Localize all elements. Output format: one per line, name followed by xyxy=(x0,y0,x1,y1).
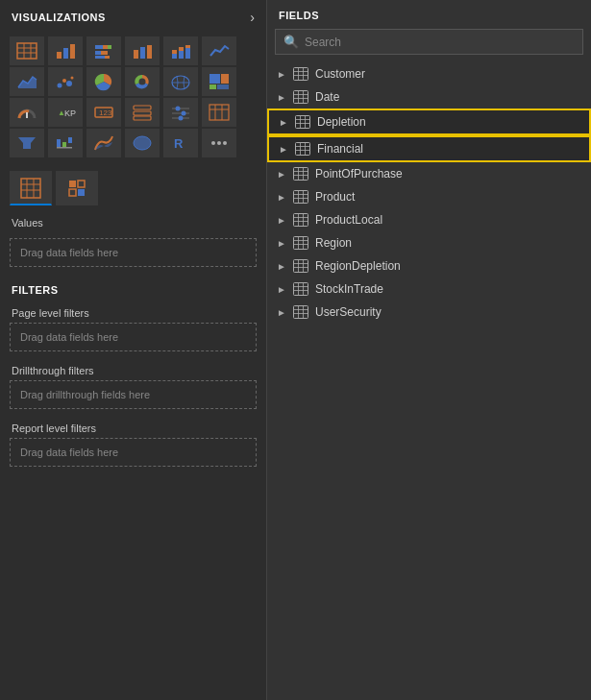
svg-rect-14 xyxy=(105,56,110,59)
field-item[interactable]: ► Depletion xyxy=(267,109,591,135)
svg-rect-41 xyxy=(134,106,151,109)
svg-point-47 xyxy=(182,111,186,116)
svg-point-29 xyxy=(139,79,146,85)
more-viz-icon[interactable] xyxy=(202,129,236,157)
expand-icon[interactable]: › xyxy=(250,10,255,25)
svg-point-26 xyxy=(62,79,66,83)
treemap-viz-icon[interactable] xyxy=(202,67,236,96)
svg-rect-109 xyxy=(294,237,308,250)
drillthrough-label: Drillthrough filters xyxy=(0,359,266,380)
field-table-icon xyxy=(292,190,309,204)
format-tab[interactable] xyxy=(56,171,98,205)
svg-text:R: R xyxy=(174,136,184,151)
card-viz-icon[interactable]: 123 xyxy=(86,98,121,127)
matrix-viz-icon[interactable] xyxy=(202,98,236,127)
field-expand-icon: ► xyxy=(275,190,288,204)
field-item[interactable]: ► Region xyxy=(267,231,591,254)
svg-rect-5 xyxy=(57,52,62,59)
column-viz-icon[interactable] xyxy=(125,36,160,65)
field-item[interactable]: ► UserSecurity xyxy=(267,301,591,324)
field-item[interactable]: ► StockInTrade xyxy=(267,278,591,301)
pie-viz-icon[interactable] xyxy=(86,67,121,96)
area-viz-icon[interactable] xyxy=(10,67,44,96)
fields-title: FIELDS xyxy=(279,10,579,21)
svg-point-45 xyxy=(176,107,181,111)
field-name: Customer xyxy=(315,67,365,81)
field-item[interactable]: ► Financial xyxy=(267,135,591,162)
report-filters-drop-zone[interactable]: Drag data fields here xyxy=(10,438,257,467)
svg-rect-73 xyxy=(78,189,85,196)
svg-rect-56 xyxy=(62,142,66,147)
field-item[interactable]: ► Date xyxy=(267,85,591,109)
map-viz-icon[interactable] xyxy=(163,67,198,96)
field-name: ProductLocal xyxy=(315,213,382,227)
svg-text:123: 123 xyxy=(99,109,112,117)
svg-rect-23 xyxy=(185,45,190,48)
search-input[interactable] xyxy=(305,36,575,49)
field-item[interactable]: ► Customer xyxy=(267,62,591,85)
field-table-icon xyxy=(292,236,309,250)
filters-header: FILTERS xyxy=(0,275,266,302)
field-expand-icon: ► xyxy=(275,167,288,181)
field-name: PointOfPurchase xyxy=(315,167,403,181)
line-viz-icon[interactable] xyxy=(202,36,236,65)
field-table-icon xyxy=(294,142,311,156)
funnel-viz-icon[interactable] xyxy=(10,129,44,157)
svg-rect-42 xyxy=(134,111,151,115)
svg-point-28 xyxy=(71,77,74,80)
svg-rect-124 xyxy=(294,306,308,319)
svg-point-63 xyxy=(217,141,221,145)
search-box[interactable]: 🔍 xyxy=(275,29,583,55)
svg-rect-70 xyxy=(69,181,76,187)
visualizations-panel: VISUALIZATIONS › xyxy=(0,0,267,700)
donut-viz-icon[interactable] xyxy=(125,67,160,96)
slicer-viz-icon[interactable] xyxy=(163,98,198,127)
multi-row-card-viz-icon[interactable] xyxy=(125,98,160,127)
scatter-viz-icon[interactable] xyxy=(48,67,83,96)
stacked-column-viz-icon[interactable] xyxy=(163,36,198,65)
field-item[interactable]: ► PointOfPurchase xyxy=(267,162,591,185)
field-table-icon xyxy=(292,259,309,273)
report-filters-label: Report level filters xyxy=(0,417,266,438)
ribbon-viz-icon[interactable] xyxy=(86,129,121,157)
svg-rect-89 xyxy=(296,143,310,156)
svg-rect-34 xyxy=(209,84,216,89)
svg-rect-18 xyxy=(172,54,177,59)
waterfall-viz-icon[interactable] xyxy=(48,129,83,157)
svg-rect-84 xyxy=(296,116,310,129)
r-script-viz-icon[interactable]: R xyxy=(163,129,198,157)
filters-title: FILTERS xyxy=(12,284,255,296)
field-expand-icon: ► xyxy=(275,67,288,81)
kpi-viz-icon[interactable]: ▲KPI xyxy=(48,98,83,127)
svg-rect-13 xyxy=(95,56,105,59)
svg-rect-19 xyxy=(172,50,177,54)
values-label: Values xyxy=(12,217,255,229)
bar-viz-icon[interactable] xyxy=(48,36,83,65)
filled-map-viz-icon[interactable] xyxy=(125,129,160,157)
page-filters-label: Page level filters xyxy=(0,302,266,323)
values-drop-zone[interactable]: Drag data fields here xyxy=(10,238,257,267)
stacked-bar-viz-icon[interactable] xyxy=(86,36,121,65)
svg-rect-99 xyxy=(294,191,308,204)
drillthrough-drop-zone[interactable]: Drag drillthrough fields here xyxy=(10,380,257,409)
svg-rect-15 xyxy=(134,50,138,59)
viz-icons-grid: ▲KPI 123 R xyxy=(0,33,266,165)
field-expand-icon: ► xyxy=(275,236,288,250)
table-viz-icon[interactable] xyxy=(10,36,44,65)
svg-rect-114 xyxy=(294,260,308,273)
field-name: UserSecurity xyxy=(315,305,382,319)
svg-rect-65 xyxy=(21,179,40,198)
field-table-icon xyxy=(292,90,309,104)
svg-rect-43 xyxy=(134,116,151,120)
field-item[interactable]: ► Product xyxy=(267,185,591,208)
field-name: RegionDepletion xyxy=(315,259,401,273)
page-filters-drop-zone[interactable]: Drag data fields here xyxy=(10,323,257,351)
svg-rect-17 xyxy=(147,45,152,59)
gauge-viz-icon[interactable] xyxy=(10,98,44,127)
fields-tab[interactable] xyxy=(10,171,52,205)
svg-rect-7 xyxy=(70,44,75,59)
svg-rect-16 xyxy=(140,47,145,59)
svg-rect-58 xyxy=(57,147,72,149)
field-item[interactable]: ► RegionDepletion xyxy=(267,254,591,278)
field-item[interactable]: ► ProductLocal xyxy=(267,208,591,231)
